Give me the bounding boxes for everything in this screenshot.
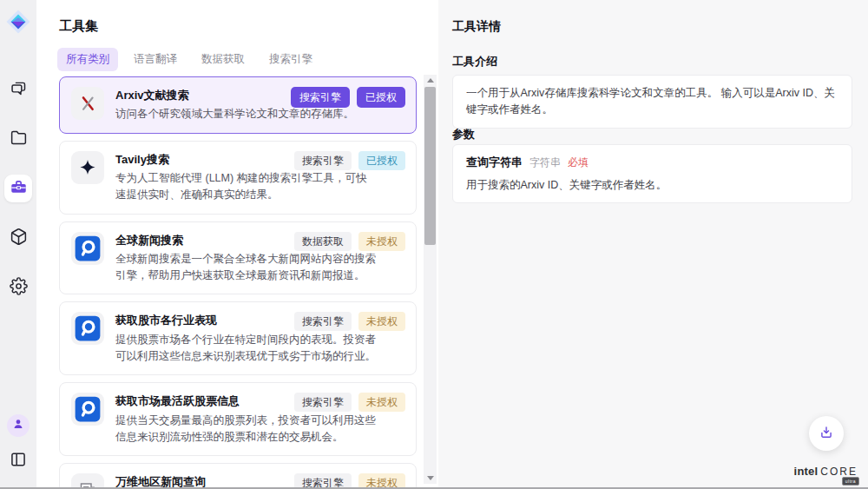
tool-icon: [71, 393, 104, 426]
scrollbar-up-arrow[interactable]: [424, 75, 437, 86]
category-tab[interactable]: 数据获取: [193, 48, 253, 71]
sidebar-item-chat[interactable]: [4, 76, 32, 103]
auth-badge[interactable]: 已授权: [358, 151, 405, 170]
core-wordmark: CORE ultra: [820, 466, 858, 478]
ultra-badge: ultra: [842, 477, 859, 486]
tool-card[interactable]: 万维地区新闻查询 查询具体行政区划内的新闻，快速了解各地新闻动 搜索引擎 未授权: [59, 463, 417, 487]
user-avatar-icon: [11, 417, 25, 434]
category-badge: 数据获取: [294, 232, 352, 251]
intro-text: 一个用于从Arxiv存储库搜索科学论文和文章的工具。 输入可以是Arxiv ID…: [466, 85, 838, 118]
tool-icon: [71, 312, 104, 345]
tool-card[interactable]: Tavily搜索 专为人工智能代理 (LLM) 构建的搜索引擎工具，可快速提供实…: [59, 141, 417, 215]
intro-heading: 工具介绍: [452, 54, 497, 69]
intel-wordmark: intel: [794, 465, 819, 478]
tool-icon: [71, 232, 104, 265]
tool-description: 提供当天交易量最高的股票列表，投资者可以利用这些信息来识别流动性强的股票和潜在的…: [115, 413, 378, 446]
tool-card[interactable]: Arxiv文献搜索 访问各个研究领域大量科学论文和文章的存储库。 搜索引擎 已授…: [59, 76, 417, 134]
sidebar-item-tools[interactable]: [4, 175, 32, 202]
category-badge: 搜索引擎: [294, 312, 352, 331]
tool-card[interactable]: 获取市场最活跃股票信息 提供当天交易量最高的股票列表，投资者可以利用这些信息来识…: [59, 382, 417, 456]
category-badge: 搜索引擎: [294, 151, 352, 170]
category-tab[interactable]: 语言翻译: [125, 48, 186, 71]
left-rail: [0, 0, 36, 487]
auth-badge[interactable]: 未授权: [358, 393, 405, 412]
tool-icon: [71, 151, 104, 184]
download-icon: [819, 425, 834, 443]
intel-core-logo: intel CORE ultra: [794, 465, 858, 478]
param-description: 用于搜索的Arxiv ID、关键字或作者姓名。: [466, 178, 838, 193]
category-badge: 搜索引擎: [294, 393, 352, 412]
scrollbar-down-arrow[interactable]: [424, 472, 437, 484]
juhe-news-icon: [75, 396, 101, 422]
tool-list: Arxiv文献搜索 访问各个研究领域大量科学论文和文章的存储库。 搜索引擎 已授…: [59, 76, 417, 487]
tool-icon: [71, 473, 104, 487]
tool-badges: 搜索引擎 已授权: [294, 151, 405, 170]
layout-columns-icon: [10, 451, 27, 472]
tool-badges: 搜索引擎 未授权: [294, 473, 405, 487]
juhe-news-icon: [75, 315, 101, 341]
tool-badges: 搜索引擎 已授权: [291, 87, 405, 108]
gear-icon: [10, 277, 28, 299]
params-heading: 参数: [452, 127, 475, 142]
tool-icon: [71, 87, 104, 120]
tool-description: 访问各个研究领域大量科学论文和文章的存储库。: [115, 106, 378, 122]
param-type: 字符串: [529, 155, 561, 170]
tools-list-panel: 工具集 所有类别语言翻译数据获取搜索引擎 Arxiv文献搜索: [36, 0, 438, 487]
tool-card[interactable]: 获取股市各行业表现 提供股票市场各个行业在特定时间段内的表现。投资者可以利用这些…: [59, 301, 417, 375]
auth-badge[interactable]: 未授权: [358, 312, 405, 331]
tool-badges: 数据获取 未授权: [294, 232, 405, 251]
sidebar-toggle[interactable]: [4, 447, 32, 475]
juhe-news-icon: [75, 235, 101, 261]
intro-card: 一个用于从Arxiv存储库搜索科学论文和文章的工具。 输入可以是Arxiv ID…: [452, 75, 852, 129]
page-title: 工具集: [59, 18, 98, 35]
app-logo-icon: [6, 10, 30, 34]
auth-badge[interactable]: 未授权: [358, 473, 405, 487]
tool-description: 提供股票市场各个行业在特定时间段内的表现。投资者可以利用这些信息来识别表现优于或…: [115, 332, 378, 366]
param-name: 查询字符串: [466, 155, 523, 170]
tool-description: 专为人工智能代理 (LLM) 构建的搜索引擎工具，可快速提供实时、准确和真实的结…: [115, 170, 378, 204]
cube-icon: [10, 228, 28, 249]
category-tab[interactable]: 所有类别: [57, 48, 118, 71]
download-button[interactable]: [809, 416, 844, 451]
scrollbar-thumb[interactable]: [424, 87, 436, 245]
category-badge: 搜索引擎: [294, 473, 352, 487]
category-tab[interactable]: 搜索引擎: [260, 48, 321, 71]
user-avatar[interactable]: [7, 414, 30, 437]
category-tabs: 所有类别语言翻译数据获取搜索引擎: [57, 48, 321, 71]
list-scrollbar[interactable]: [424, 75, 437, 484]
tavily-sparkle-icon: [77, 157, 98, 178]
toolbox-icon: [10, 178, 28, 200]
param-required-badge: 必填: [568, 155, 589, 170]
arxiv-icon: [77, 93, 98, 114]
param-card: 查询字符串 字符串 必填 用于搜索的Arxiv ID、关键字或作者姓名。: [452, 144, 852, 203]
tool-badges: 搜索引擎 未授权: [294, 393, 405, 412]
sidebar-item-files[interactable]: [4, 125, 32, 153]
folder-icon: [10, 129, 28, 150]
detail-title: 工具详情: [452, 19, 501, 35]
tool-detail-panel: 工具详情 工具介绍 一个用于从Arxiv存储库搜索科学论文和文章的工具。 输入可…: [438, 0, 868, 487]
tool-description: 全球新闻搜索是一个聚合全球各大新闻网站内容的搜索引擎，帮助用户快速获取全球最新资…: [115, 251, 378, 285]
newspaper-icon: [77, 479, 98, 487]
auth-badge[interactable]: 已授权: [357, 87, 405, 108]
category-badge: 搜索引擎: [291, 87, 350, 108]
tool-card[interactable]: 全球新闻搜索 全球新闻搜索是一个聚合全球各大新闻网站内容的搜索引擎，帮助用户快速…: [59, 221, 417, 295]
chat-icon: [10, 79, 28, 101]
sidebar-item-settings[interactable]: [4, 274, 32, 301]
auth-badge[interactable]: 未授权: [358, 232, 405, 251]
tool-badges: 搜索引擎 未授权: [294, 312, 405, 331]
sidebar-item-packages[interactable]: [4, 224, 32, 252]
